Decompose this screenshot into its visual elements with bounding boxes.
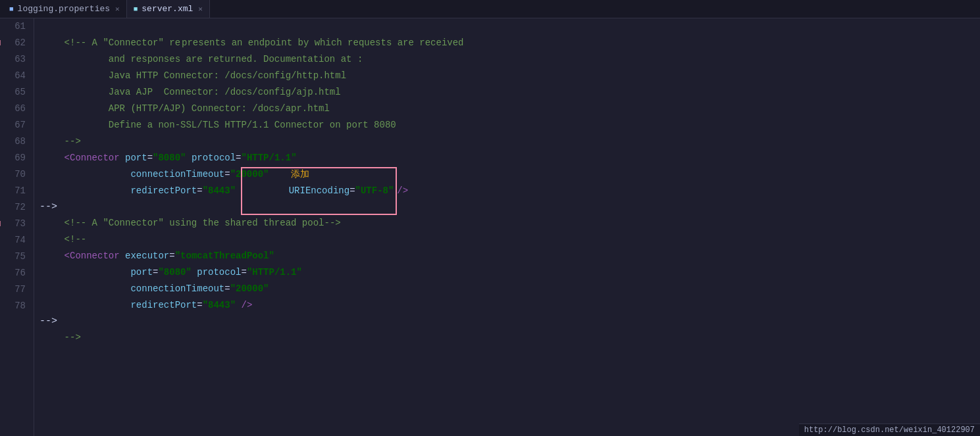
code-line-75: port="8080" protocol="HTTP/1.1" [39,264,980,281]
attr-port-75: port [130,265,153,279]
tab-label-logging: logging.properties [18,4,110,14]
comment-78: --> [64,330,81,345]
code-line-68: --> [39,133,980,150]
comment-68: --> [64,134,81,149]
fold-indicator-62[interactable]: ▣ [0,37,1,49]
tab-server-xml[interactable]: ■ server.xml ✕ [127,0,210,18]
tab-bar: ■ logging.properties ✕ ■ server.xml ✕ [0,0,980,18]
tag-name-connector-74: Connector [70,249,120,263]
tag-bracket-open-74: < [64,249,70,263]
tab-logging-properties[interactable]: ■ logging.properties ✕ [3,0,127,18]
val-protocol-69: "HTTP/1.1" [242,151,297,165]
comment-67: Define a non-SSL/TLS HTTP/1.1 Connector … [42,118,396,132]
comment-72: <!-- A "Connector" using the shared thre… [64,216,341,230]
val-redirectport-71: "8443" [203,183,236,198]
line-num-70: 70 [5,166,26,183]
comment-63: and responses are returned. Documentatio… [42,52,363,66]
close-server-tab[interactable]: ✕ [198,5,203,13]
xml-icon: ■ [134,5,138,13]
code-line-63: and responses are returned. Documentatio… [39,51,980,68]
fold-indicator-73[interactable]: ▣ [0,218,1,230]
properties-icon: ■ [9,5,14,13]
code-line-77: redirectPort="8443" /> [39,297,980,314]
tag-bracket-open-69: < [64,151,70,165]
code-line-66: APR (HTTP/AJP) Connector: /docs/apr.html [39,101,980,117]
tag-self-close-71: /> [397,183,408,198]
attr-uriencoding-71: URIEncoding [289,185,349,196]
highlighted-uriencoding: URIEncoding="UTF-8" [241,167,397,215]
tag-self-close-77: /> [241,298,252,312]
line-num-65: 65 [5,84,26,101]
line-num-63: 63 [5,51,26,68]
line-num-71: 71 [5,183,26,199]
attr-port-69: port [125,151,147,165]
code-line-62: <!-- A "Connector" represents an endpoin… [39,35,980,51]
val-uriencoding-71: "UTF-8" [355,185,394,196]
line-num-77: 77 [5,281,26,298]
code-line-71: redirectPort="8443" URIEncoding="UTF-8" … [39,183,980,199]
line-num-69: 69 [5,150,26,166]
code-line-78: --> [39,329,980,346]
tab-label-server: server.xml [142,4,193,14]
code-content[interactable]: <!-- A "Connector" represents an endpoin… [34,18,980,436]
close-logging-tab[interactable]: ✕ [115,5,120,13]
line-num-67: 67 [5,117,26,133]
val-connectiontimeout-76: "20000" [230,281,269,296]
code-line-61 [39,18,980,35]
val-port-69: "8080" [153,151,186,165]
comment-65: Java AJP Connector: /docs/config/ajp.htm… [42,85,341,99]
line-num-73: ▣ 73 [5,216,26,232]
attr-redirectport-77: redirectPort [130,298,197,312]
attr-executor-74: executor [125,249,169,263]
editor-area: 61 ▣ 62 63 64 65 66 67 68 69 70 71 72 ▣ … [0,18,980,436]
line-num-62: ▣ 62 [5,35,26,51]
tag-name-connector-69: Connector [70,151,120,165]
line-num-78: 78 [5,298,26,314]
code-line-65: Java AJP Connector: /docs/config/ajp.htm… [39,84,980,101]
status-bar: http://blog.csdn.net/weixin_40122907 [799,424,980,436]
line-num-61: 61 [5,18,26,35]
code-line-70: connectionTimeout="20000" 添加 [39,166,980,183]
line-num-74: 74 [5,232,26,249]
val-port-75: "8080" [158,265,191,279]
comment-64: Java HTTP Connector: /docs/config/http.h… [42,68,346,83]
code-line-73: <!-- [39,231,980,248]
code-line-74: <Connector executor="tomcatThreadPool" [39,248,980,264]
comment-start-62: <!-- A "Connector" re [64,36,180,50]
line-num-68: 68 [5,133,26,150]
comment-66: APR (HTTP/AJP) Connector: /docs/apr.html [42,101,330,116]
line-num-66: 66 [5,101,26,117]
val-protocol-75: "HTTP/1.1" [247,265,302,279]
line-numbers: 61 ▣ 62 63 64 65 66 67 68 69 70 71 72 ▣ … [0,18,34,436]
line-num-64: 64 [5,68,26,84]
attr-protocol-75: protocol [197,265,241,279]
attr-protocol-69: protocol [192,151,236,165]
comment-end-62: presents an endpoint by which requests a… [182,36,463,50]
status-bar-text: http://blog.csdn.net/weixin_40122907 [804,425,975,435]
attr-connectiontimeout-70: connectionTimeout [130,167,224,182]
line-num-72: 72 [5,199,26,216]
attr-connectiontimeout-76: connectionTimeout [130,281,224,296]
code-line-67: Define a non-SSL/TLS HTTP/1.1 Connector … [39,117,980,133]
code-line-64: Java HTTP Connector: /docs/config/http.h… [39,68,980,84]
val-executor-74: "tomcatThreadPool" [175,249,274,263]
comment-73: <!-- [64,232,87,247]
code-line-76: connectionTimeout="20000" [39,281,980,297]
line-num-76: 76 [5,265,26,281]
code-line-69: <Connector port="8080" protocol="HTTP/1.… [39,150,980,166]
val-redirectport-77: "8443" [203,298,236,312]
code-line-72: <!-- A "Connector" using the shared thre… [39,215,980,231]
attr-redirectport-71: redirectPort [130,183,197,198]
line-num-75: 75 [5,249,26,265]
